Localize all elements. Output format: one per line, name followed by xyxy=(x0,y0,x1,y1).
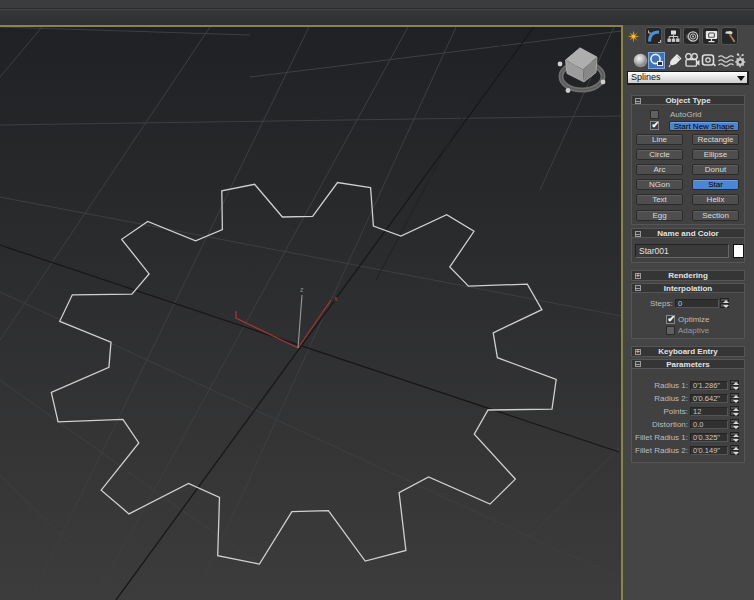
svg-text:z: z xyxy=(300,286,304,293)
svg-text:x: x xyxy=(334,295,338,302)
